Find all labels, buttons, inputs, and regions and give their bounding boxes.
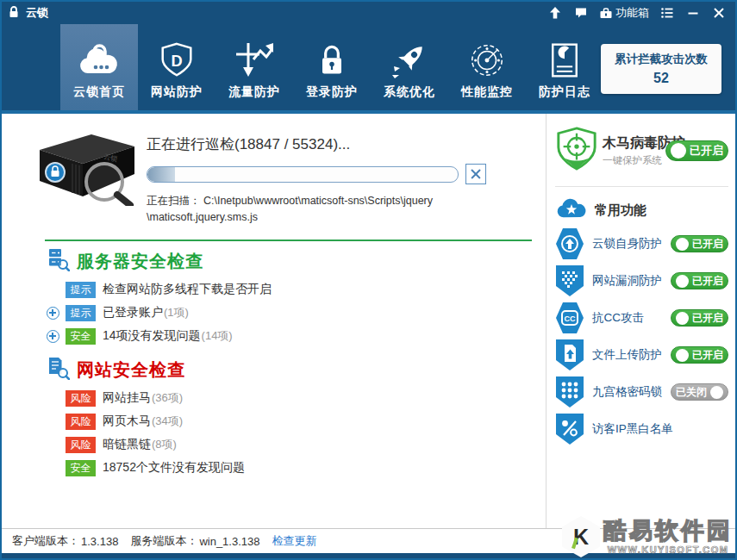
- status-badge: 风险: [66, 414, 96, 430]
- nav-tab-home[interactable]: 云锁首页: [60, 24, 138, 110]
- check-update-link[interactable]: 检查更新: [272, 533, 317, 549]
- server-check-title: 服务器安全检查: [77, 250, 203, 273]
- content-panel: 云锁 正在进行巡检(18847 / 55324)... 正在扫描： C:\Ine…: [2, 114, 546, 528]
- self-protect-toggle[interactable]: 已开启: [671, 235, 728, 252]
- trojan-protection-subtitle: 一键保护系统: [603, 154, 661, 167]
- shield-percent-icon: [555, 413, 584, 445]
- client-version-value: 1.3.138: [81, 535, 118, 548]
- status-badge: 提示: [66, 282, 96, 298]
- title-bar: 云锁 功能箱: [2, 2, 735, 24]
- padlock-icon: [313, 36, 351, 84]
- nav-tab-label: 流量防护: [228, 84, 280, 100]
- shield-file-upload-icon: [555, 339, 584, 371]
- shield-d-icon: D: [157, 36, 197, 84]
- check-item: 安全 14项没有发现问题 (14项): [47, 328, 546, 345]
- document-search-icon: [47, 357, 70, 383]
- close-button[interactable]: [708, 3, 730, 23]
- cloud-star-icon: [555, 197, 588, 223]
- server-version-value: win_1.3.138: [199, 535, 259, 548]
- titlebar-actions: 功能箱: [544, 3, 730, 23]
- cancel-scan-button[interactable]: [465, 164, 486, 184]
- main-area: 云锁 正在进行巡检(18847 / 55324)... 正在扫描： C:\Ine…: [2, 114, 735, 528]
- server-version-label: 服务端版本：: [130, 533, 197, 549]
- scan-info: 正在进行巡检(18847 / 55324)... 正在扫描： C:\Inetpu…: [147, 124, 486, 226]
- nav-tab-performance-monitor[interactable]: 性能监控: [448, 24, 526, 110]
- check-item: 提示 已登录账户 (1项): [47, 305, 546, 321]
- nav-tab-system-optimize[interactable]: 系统优化: [371, 24, 448, 110]
- common-functions-title: 常用功能: [595, 202, 646, 219]
- cloud-lock-icon: [78, 36, 120, 84]
- sidebar-item-anti-cc: CC 抗CC攻击 已开启: [555, 302, 728, 334]
- hexagon-up-arrow-icon: [555, 227, 584, 260]
- anti-cc-toggle[interactable]: 已开启: [671, 309, 728, 327]
- feedback-chat-icon[interactable]: [570, 3, 592, 23]
- status-badge: 提示: [66, 305, 96, 321]
- upload-protect-toggle[interactable]: 已开启: [671, 346, 728, 364]
- toolbox-label: 功能箱: [615, 5, 649, 21]
- green-divider: [45, 240, 532, 241]
- site-check-section: 网站安全检查 风险 网站挂马 (36项) 风险 网页木马 (34项) 风险: [2, 357, 546, 476]
- nav-tab-login-protect[interactable]: 登录防护: [293, 24, 371, 110]
- sidebar-item-ip-list[interactable]: 访客IP黑白名单: [555, 413, 728, 445]
- shield-grid-dots-icon: [555, 376, 584, 408]
- nav-tab-label: 网站防护: [151, 84, 203, 100]
- nav-tab-label: 系统优化: [384, 84, 435, 100]
- expand-plus-icon[interactable]: [47, 330, 59, 343]
- status-badge: 风险: [66, 390, 96, 407]
- client-version-label: 客户端版本：: [12, 533, 79, 549]
- scanning-path: 正在扫描： C:\Inetpub\wwwroot\maticsoft-sns\S…: [147, 193, 474, 226]
- rocket-icon: [389, 36, 430, 84]
- server-check-section: 服务器安全检查 提示 检查网站防多线程下载是否开启 提示 已登录账户 (1项) …: [2, 248, 546, 345]
- sidebar: 木马病毒防护 一键保护系统 已开启 常用功能: [546, 114, 735, 528]
- nav-tab-label: 性能监控: [461, 84, 513, 100]
- attack-counter-value: 52: [604, 71, 718, 86]
- pattern-lock-toggle[interactable]: 已关闭: [671, 383, 728, 401]
- status-badge: 风险: [66, 437, 96, 453]
- attack-counter-panel: 累计拦截攻击次数 52: [601, 44, 721, 94]
- svg-text:D: D: [171, 53, 182, 70]
- expand-plus-icon[interactable]: [47, 307, 59, 320]
- trojan-protection-block: 木马病毒防护 一键保护系统 已开启: [555, 119, 728, 186]
- app-window: 云锁 功能箱: [0, 0, 737, 560]
- attack-counter-label: 累计拦截攻击次数: [604, 52, 718, 67]
- scan-progress-bar: [147, 166, 459, 183]
- check-item: 风险 网页木马 (34项): [47, 414, 546, 430]
- status-bar: 客户端版本： 1.3.138 服务端版本： win_1.3.138 检查更新: [2, 528, 735, 553]
- check-item: 风险 网站挂马 (36项): [47, 390, 546, 407]
- hexagon-cc-icon: CC: [555, 302, 584, 334]
- sidebar-item-pattern-lock: 九宫格密码锁 已关闭: [555, 376, 728, 408]
- nav-tab-protect-logs[interactable]: 防护日志: [526, 24, 603, 110]
- sidebar-item-vulnerability-protect: 网站漏洞防护 已开启: [555, 264, 728, 297]
- trojan-protection-toggle[interactable]: 已开启: [665, 140, 728, 161]
- minimize-button[interactable]: [682, 3, 704, 23]
- scan-status-block: 云锁 正在进行巡检(18847 / 55324)... 正在扫描： C:\Ine…: [2, 124, 546, 226]
- nav-tab-label: 云锁首页: [73, 84, 125, 100]
- sidebar-divider: [555, 186, 728, 187]
- toolbox-icon: [599, 6, 613, 20]
- site-check-title: 网站安全检查: [77, 358, 185, 382]
- check-item: 安全 18752个文件没有发现问题: [47, 460, 546, 476]
- scan-progress-fill: [147, 167, 175, 182]
- app-lock-icon: [7, 5, 21, 22]
- scan-progress-title: 正在进行巡检(18847 / 55324)...: [147, 134, 486, 154]
- status-badge: 安全: [66, 460, 96, 476]
- main-nav: 云锁首页 D 网站防护 流量防护: [2, 24, 735, 110]
- menu-list-icon[interactable]: [656, 3, 678, 23]
- status-badge: 安全: [66, 328, 96, 345]
- radar-target-icon: [467, 36, 507, 84]
- traffic-arrows-icon: [234, 36, 275, 84]
- green-shield-crosshair-icon: [555, 126, 598, 176]
- upgrade-arrow-icon[interactable]: [544, 3, 566, 23]
- toolbox-button[interactable]: 功能箱: [596, 5, 653, 21]
- vulnerability-protect-toggle[interactable]: 已开启: [671, 272, 728, 289]
- app-identity: 云锁: [7, 5, 48, 22]
- window-bottom-strip: [2, 553, 735, 558]
- nav-tab-label: 防护日志: [539, 84, 590, 100]
- trojan-protection-title: 木马病毒防护: [603, 134, 661, 152]
- shield-pixel-bug-icon: [555, 264, 584, 297]
- app-title: 云锁: [26, 5, 48, 21]
- check-item: 提示 检查网站防多线程下载是否开启: [47, 282, 546, 298]
- nav-tab-label: 登录防护: [306, 84, 358, 100]
- nav-tab-traffic-protect[interactable]: 流量防护: [215, 24, 293, 110]
- nav-tab-website-protect[interactable]: D 网站防护: [138, 24, 215, 110]
